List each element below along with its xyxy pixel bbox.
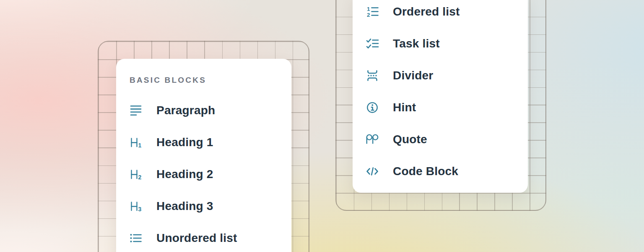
menu-item-divider[interactable]: Divider xyxy=(353,60,528,92)
page-background: { "theme": { "icon_color": "#2f7e9b", "i… xyxy=(0,0,644,252)
menu-item-paragraph[interactable]: Paragraph xyxy=(116,94,291,126)
menu-item-ordered-list[interactable]: 1 2 Ordered list xyxy=(353,0,528,28)
menu-item-heading-3[interactable]: 3 Heading 3 xyxy=(116,190,291,222)
menu-item-label: Task list xyxy=(393,37,440,50)
unordered-list-icon xyxy=(129,231,143,245)
menu-item-label: Unordered list xyxy=(156,231,237,245)
menu-item-hint[interactable]: Hint xyxy=(353,92,528,123)
menu-item-label: Heading 3 xyxy=(156,200,213,213)
menu-item-label: Hint xyxy=(393,101,416,114)
menu-item-label: Paragraph xyxy=(156,104,215,117)
ordered-list-icon: 1 2 xyxy=(366,5,379,18)
menu-item-label: Ordered list xyxy=(393,5,460,18)
menu-item-code-block[interactable]: Code Block xyxy=(353,155,528,187)
svg-text:2: 2 xyxy=(138,174,142,181)
heading-2-icon: 2 xyxy=(129,168,143,181)
heading-1-icon: 1 xyxy=(129,136,143,149)
code-block-icon xyxy=(366,165,379,178)
menu-item-label: Quote xyxy=(393,133,427,146)
menu-item-unordered-list[interactable]: Unordered list xyxy=(116,222,291,252)
menu-item-heading-2[interactable]: 2 Heading 2 xyxy=(116,158,291,190)
quote-icon xyxy=(366,133,379,146)
menu-item-label: Divider xyxy=(393,69,433,82)
menu-section-header: BASIC BLOCKS xyxy=(130,75,291,86)
menu-item-label: Heading 2 xyxy=(156,168,213,181)
menu-item-label: Heading 1 xyxy=(156,136,213,149)
menu-item-quote[interactable]: Quote xyxy=(353,123,528,155)
svg-text:1: 1 xyxy=(367,6,370,12)
heading-3-icon: 3 xyxy=(129,200,143,213)
menu-item-heading-1[interactable]: 1 Heading 1 xyxy=(116,126,291,158)
svg-text:1: 1 xyxy=(138,142,142,149)
paragraph-icon xyxy=(129,104,143,117)
menu-item-task-list[interactable]: Task list xyxy=(353,28,528,60)
hint-icon xyxy=(366,101,379,114)
task-list-icon xyxy=(366,37,379,50)
svg-text:2: 2 xyxy=(367,12,370,18)
blocks-menu-continued: 1 2 Ordered list Task list Div xyxy=(353,0,528,193)
svg-text:3: 3 xyxy=(138,206,142,213)
divider-icon xyxy=(366,69,379,82)
menu-item-label: Code Block xyxy=(393,165,458,178)
basic-blocks-menu: BASIC BLOCKS Paragraph 1 Heading 1 2 Hea… xyxy=(116,59,291,252)
